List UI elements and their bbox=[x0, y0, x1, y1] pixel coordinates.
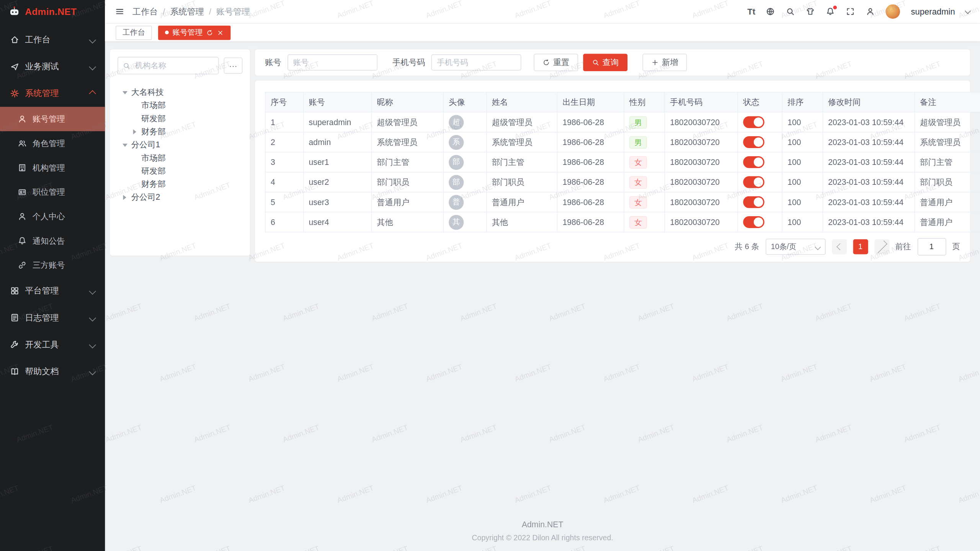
refresh-icon[interactable] bbox=[206, 29, 213, 36]
sidebar-subitem-label: 账号管理 bbox=[33, 113, 65, 124]
cell-modified: 2023-01-03 10:59:44 bbox=[823, 172, 915, 192]
tree-node[interactable]: 市场部 bbox=[118, 99, 243, 112]
tree-node[interactable]: 研发部 bbox=[118, 164, 243, 177]
cell-modified: 2023-01-03 10:59:44 bbox=[823, 112, 915, 132]
topbar: 工作台 / 系统管理 / 账号管理 Tt superadmin bbox=[105, 0, 980, 24]
font-size-icon[interactable]: Tt bbox=[747, 7, 755, 16]
cell-gender: 女 bbox=[624, 192, 665, 212]
prev-page-button[interactable] bbox=[831, 239, 846, 254]
notification-badge bbox=[833, 6, 837, 10]
notification-bell-icon[interactable] bbox=[826, 7, 835, 16]
sidebar-subitem[interactable]: 账号管理 bbox=[0, 107, 105, 131]
breadcrumb-item[interactable]: 工作台 bbox=[132, 6, 158, 17]
close-icon[interactable] bbox=[217, 29, 224, 36]
status-toggle[interactable] bbox=[743, 196, 764, 208]
sidebar-item[interactable]: 日志管理 bbox=[0, 304, 105, 331]
goto-label: 前往 bbox=[895, 241, 911, 252]
page-1-button[interactable]: 1 bbox=[853, 239, 868, 254]
column-header: 状态 bbox=[738, 92, 782, 112]
main-content: ··· 大名科技市场部研发部财务部分公司1市场部研发部财务部分公司2 账号 手机… bbox=[105, 41, 980, 262]
status-toggle[interactable] bbox=[743, 116, 764, 128]
sidebar-item-label: 工作台 bbox=[25, 34, 50, 45]
next-page-button[interactable] bbox=[874, 239, 889, 254]
tab-account-management[interactable]: 账号管理 bbox=[158, 25, 230, 40]
caret-down-icon bbox=[121, 141, 129, 148]
add-button[interactable]: 新增 bbox=[642, 54, 687, 71]
account-input[interactable] bbox=[287, 54, 377, 70]
column-header: 修改时间 bbox=[823, 92, 915, 112]
status-toggle[interactable] bbox=[743, 216, 764, 228]
status-toggle[interactable] bbox=[743, 136, 764, 148]
avatar: 系 bbox=[449, 135, 464, 150]
goto-page-input[interactable] bbox=[917, 238, 946, 256]
status-toggle[interactable] bbox=[743, 176, 764, 188]
tree-node[interactable]: 分公司2 bbox=[118, 191, 243, 204]
cell-nickname: 普通用户 bbox=[372, 192, 444, 212]
tree-node[interactable]: 分公司1 bbox=[118, 138, 243, 151]
fullscreen-icon[interactable] bbox=[846, 7, 855, 16]
sidebar-item[interactable]: 帮助文档 bbox=[0, 358, 105, 385]
sidebar-item[interactable]: 工作台 bbox=[0, 26, 105, 53]
user-icon[interactable] bbox=[866, 7, 875, 16]
total-count: 共 6 条 bbox=[735, 241, 759, 252]
org-more-button[interactable]: ··· bbox=[224, 57, 242, 73]
org-panel: ··· 大名科技市场部研发部财务部分公司1市场部研发部财务部分公司2 bbox=[110, 49, 250, 256]
tree-node[interactable]: 研发部 bbox=[118, 112, 243, 125]
language-icon[interactable] bbox=[766, 7, 775, 16]
tab-bar: 工作台 账号管理 bbox=[105, 24, 980, 41]
sidebar-subitem[interactable]: 职位管理 bbox=[0, 180, 105, 204]
sidebar-item[interactable]: 系统管理 bbox=[0, 80, 105, 107]
gear-icon bbox=[10, 89, 19, 98]
sidebar-item[interactable]: 平台管理 bbox=[0, 277, 105, 304]
table-row: 6user4其他其其他1986-06-28女180200307201002023… bbox=[265, 212, 980, 232]
table-row: 1superadmin超级管理员超超级管理员1986-06-28男1802003… bbox=[265, 112, 980, 132]
log-icon bbox=[10, 313, 19, 322]
cell-phone: 18020030720 bbox=[665, 212, 738, 232]
breadcrumb-item[interactable]: 系统管理 bbox=[170, 6, 204, 17]
tree-node[interactable]: 财务部 bbox=[118, 125, 243, 138]
footer: Admin.NET Copyright © 2022 Dilon All rig… bbox=[105, 514, 980, 551]
cell-modified: 2023-01-03 10:59:44 bbox=[823, 132, 915, 152]
sidebar-item[interactable]: 业务测试 bbox=[0, 53, 105, 80]
tree-node[interactable]: 市场部 bbox=[118, 151, 243, 164]
column-header: 性别 bbox=[624, 92, 665, 112]
cell-account: user1 bbox=[304, 152, 372, 172]
avatar[interactable] bbox=[886, 4, 900, 19]
sidebar-subitem-label: 三方账号 bbox=[33, 259, 65, 271]
sidebar-subitem[interactable]: 通知公告 bbox=[0, 229, 105, 253]
cell-avatar: 超 bbox=[443, 112, 487, 132]
table-row: 2admin系统管理员系系统管理员1986-06-28男180200307201… bbox=[265, 132, 980, 152]
cell-gender: 男 bbox=[624, 112, 665, 132]
cell-avatar: 部 bbox=[443, 172, 487, 192]
sidebar-subitem[interactable]: 角色管理 bbox=[0, 131, 105, 156]
sidebar-item[interactable]: 开发工具 bbox=[0, 331, 105, 358]
cell-birth: 1986-06-28 bbox=[557, 112, 624, 132]
brand-logo[interactable]: Admin.NET bbox=[0, 0, 105, 23]
theme-icon[interactable] bbox=[806, 7, 815, 16]
breadcrumb: 工作台 / 系统管理 / 账号管理 bbox=[132, 6, 250, 17]
org-search-input[interactable] bbox=[134, 60, 214, 70]
cell-modified: 2023-01-03 10:59:44 bbox=[823, 212, 915, 232]
phone-input[interactable] bbox=[431, 54, 521, 70]
chevron-down-icon bbox=[965, 8, 971, 14]
chevron-down-icon bbox=[89, 341, 96, 348]
cell-birth: 1986-06-28 bbox=[557, 172, 624, 192]
tab-workbench[interactable]: 工作台 bbox=[116, 25, 152, 40]
menu-collapse-icon[interactable] bbox=[115, 7, 124, 16]
search-button[interactable]: 查询 bbox=[583, 54, 627, 71]
table-row: 5user3普通用户普普通用户1986-06-28女18020030720100… bbox=[265, 192, 980, 212]
status-toggle[interactable] bbox=[743, 156, 764, 168]
home-icon bbox=[10, 35, 19, 44]
page-size-select[interactable]: 10条/页 bbox=[765, 239, 825, 255]
sidebar-subitem[interactable]: 三方账号 bbox=[0, 253, 105, 277]
tree-node[interactable]: 财务部 bbox=[118, 178, 243, 191]
tree-node[interactable]: 大名科技 bbox=[118, 86, 243, 99]
username[interactable]: superadmin bbox=[911, 7, 955, 16]
sidebar-subitem[interactable]: 个人中心 bbox=[0, 204, 105, 229]
reset-button[interactable]: 重置 bbox=[534, 54, 578, 71]
query-bar: 账号 手机号码 重置 查询 bbox=[255, 49, 970, 76]
tools-icon bbox=[10, 340, 19, 349]
search-icon[interactable] bbox=[786, 7, 795, 16]
gender-badge: 女 bbox=[629, 216, 647, 228]
sidebar-subitem[interactable]: 机构管理 bbox=[0, 156, 105, 180]
